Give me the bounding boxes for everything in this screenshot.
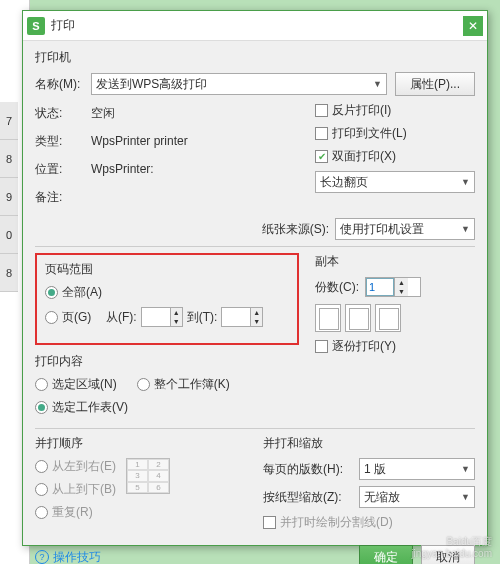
dialog-title: 打印 [51,17,463,34]
spin-up-icon[interactable]: ▲ [394,278,408,287]
selection-label: 选定区域(N) [52,376,117,393]
collate-label: 逐份打印(Y) [332,338,396,355]
location-label: 位置: [35,161,91,178]
page-stack-icon: 1 [315,304,341,332]
ltr-label: 从左到右(E) [52,458,116,475]
duplex-checkbox[interactable]: ✔ [315,150,328,163]
to-input[interactable] [222,308,250,326]
copies-title: 副本 [315,253,475,270]
repeat-label: 重复(R) [52,504,93,521]
all-pages-radio[interactable] [45,286,58,299]
row-header[interactable]: 9 [0,178,18,216]
draw-lines-checkbox [263,516,276,529]
zoom-title: 并打和缩放 [263,435,475,452]
close-button[interactable]: ✕ [463,16,483,36]
chevron-down-icon: ▼ [461,492,470,502]
paper-source-label: 纸张来源(S): [262,221,329,238]
row-header[interactable]: 0 [0,216,18,254]
paper-source-value: 使用打印机设置 [340,221,424,238]
page-range-title: 页码范围 [45,261,289,278]
copies-label: 份数(C): [315,279,359,296]
duplex-label: 双面打印(X) [332,148,396,165]
collate-checkbox[interactable] [315,340,328,353]
comment-label: 备注: [35,189,91,206]
pages-radio[interactable] [45,311,58,324]
draw-lines-label: 并打时绘制分割线(D) [280,514,393,531]
printer-name-select[interactable]: 发送到WPS高级打印 ▼ [91,73,387,95]
to-spinner[interactable]: ▲▼ [221,307,263,327]
properties-button[interactable]: 属性(P)... [395,72,475,96]
pages-per-sheet-label: 每页的版数(H): [263,461,359,478]
row-header[interactable]: 7 [0,102,18,140]
chevron-down-icon: ▼ [461,224,470,234]
app-icon: S [27,17,45,35]
scale-label: 按纸型缩放(Z): [263,489,359,506]
printer-name-value: 发送到WPS高级打印 [96,76,207,93]
location-value: WpsPrinter: [91,162,154,176]
order-preview-icon: 123456 [126,458,170,494]
ttb-label: 从上到下(B) [52,481,116,498]
to-label: 到(T): [187,309,218,326]
order-title: 并打顺序 [35,435,247,452]
row-header[interactable]: 8 [0,140,18,178]
flip-select[interactable]: 长边翻页▼ [315,171,475,193]
divider [35,246,475,247]
from-spinner[interactable]: ▲▼ [141,307,183,327]
status-label: 状态: [35,105,91,122]
spin-down-icon[interactable]: ▼ [250,317,262,326]
type-value: WpsPrinter printer [91,134,188,148]
copies-input[interactable] [366,278,394,296]
chevron-down-icon: ▼ [461,464,470,474]
spin-down-icon[interactable]: ▼ [170,317,182,326]
ttb-radio [35,483,48,496]
tips-label: 操作技巧 [53,549,101,565]
tips-link[interactable]: ? 操作技巧 [35,549,101,565]
chevron-down-icon: ▼ [461,177,470,187]
page-stack-icon: 3 [375,304,401,332]
type-label: 类型: [35,133,91,150]
chevron-down-icon: ▼ [373,79,382,89]
row-header[interactable]: 8 [0,254,18,292]
workbook-radio[interactable] [137,378,150,391]
page-range-highlight: 页码范围 全部(A) 页(G) 从(F): ▲▼ 到(T): ▲▼ [35,253,299,345]
print-to-file-label: 打印到文件(L) [332,125,407,142]
print-content-title: 打印内容 [35,353,299,370]
paper-source-select[interactable]: 使用打印机设置▼ [335,218,475,240]
flip-value: 长边翻页 [320,174,368,191]
repeat-radio [35,506,48,519]
reverse-print-label: 反片打印(I) [332,102,391,119]
spin-up-icon[interactable]: ▲ [170,308,182,317]
print-to-file-checkbox[interactable] [315,127,328,140]
scale-value: 无缩放 [364,489,400,506]
print-dialog: S 打印 ✕ 打印机 名称(M): 发送到WPS高级打印 ▼ 属性(P)... … [22,10,488,546]
pages-per-sheet-value: 1 版 [364,461,386,478]
ok-button[interactable]: 确定 [359,545,413,564]
spin-down-icon[interactable]: ▼ [394,287,408,296]
divider [35,428,475,429]
sheet-radio[interactable] [35,401,48,414]
spin-up-icon[interactable]: ▲ [250,308,262,317]
reverse-print-checkbox[interactable] [315,104,328,117]
workbook-label: 整个工作簿(K) [154,376,230,393]
pages-label: 页(G) [62,309,102,326]
scale-select[interactable]: 无缩放▼ [359,486,475,508]
watermark: Baidu百度 jingyan.baidu.com [411,536,492,560]
titlebar: S 打印 ✕ [23,11,487,41]
ltr-radio [35,460,48,473]
sheet-label: 选定工作表(V) [52,399,128,416]
status-value: 空闲 [91,105,115,122]
collate-preview: 1 2 3 [315,304,475,332]
info-icon: ? [35,550,49,564]
selection-radio[interactable] [35,378,48,391]
all-pages-label: 全部(A) [62,284,102,301]
page-stack-icon: 2 [345,304,371,332]
from-label: 从(F): [106,309,137,326]
from-input[interactable] [142,308,170,326]
pages-per-sheet-select[interactable]: 1 版▼ [359,458,475,480]
printer-section-title: 打印机 [35,49,475,66]
name-label: 名称(M): [35,76,91,93]
copies-spinner[interactable]: ▲▼ [365,277,421,297]
